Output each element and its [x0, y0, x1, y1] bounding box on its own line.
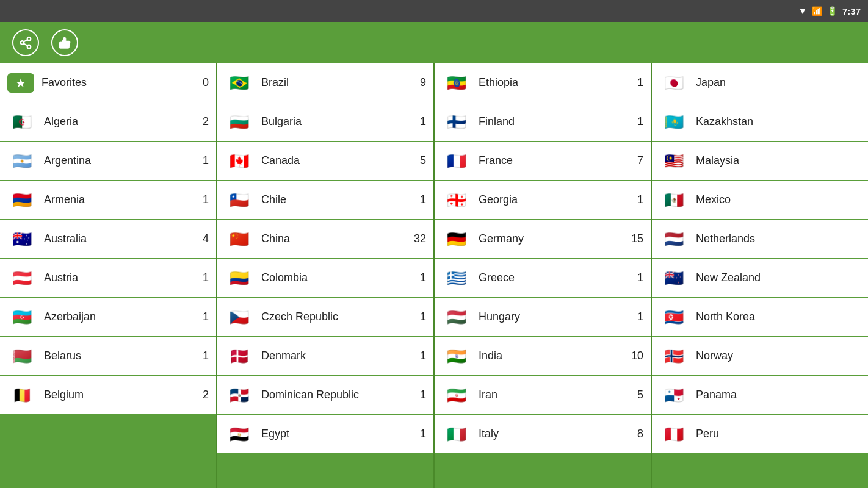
svg-point-0 — [27, 37, 31, 41]
country-count: 10 — [625, 350, 643, 362]
flag-icon: 🇰🇵 — [659, 307, 689, 327]
list-item[interactable]: 🇩🇴Dominican Republic1 — [217, 376, 433, 415]
list-item[interactable]: 🇰🇿Kazakhstan — [652, 102, 868, 142]
country-name: North Korea — [696, 310, 861, 323]
list-item[interactable]: 🇬🇷Greece1 — [435, 259, 651, 298]
list-item[interactable]: 🇮🇳India10 — [435, 337, 651, 376]
flag-icon: 🇨🇦 — [225, 151, 254, 171]
country-name: Austria — [44, 271, 190, 284]
list-item[interactable]: 🇮🇷Iran5 — [435, 376, 651, 415]
country-count: 1 — [190, 271, 209, 284]
status-bar: ▼ 📶 🔋 7:37 — [0, 0, 868, 22]
list-item[interactable]: 🇧🇷Brazil9 — [217, 63, 433, 102]
list-item[interactable]: 🇦🇺Australia4 — [0, 220, 216, 259]
country-name: Japan — [696, 76, 861, 89]
list-item[interactable]: 🇦🇿Azerbaijan1 — [0, 298, 216, 337]
country-name: Mexico — [696, 193, 861, 206]
country-name: Azerbaijan — [44, 310, 190, 323]
country-count: 1 — [408, 350, 426, 362]
list-item[interactable]: 🇯🇵Japan — [652, 63, 868, 102]
country-name: Georgia — [479, 193, 625, 206]
flag-icon: 🇭🇺 — [442, 307, 471, 327]
favorites-icon: ★ — [7, 73, 34, 93]
country-count: 15 — [625, 232, 643, 245]
country-count: 5 — [625, 389, 643, 401]
flag-icon: 🇧🇪 — [7, 386, 37, 405]
flag-icon: 🇵🇪 — [659, 425, 689, 444]
country-name: India — [479, 350, 625, 362]
list-item[interactable]: 🇦🇹Austria1 — [0, 259, 216, 298]
main-content: ★Favorites0🇩🇿Algeria2🇦🇷Argentina1🇦🇲Armen… — [0, 63, 868, 488]
svg-line-4 — [24, 40, 27, 42]
country-name: Bulgaria — [261, 115, 408, 128]
list-item[interactable]: 🇮🇹Italy8 — [435, 415, 651, 454]
country-name: Italy — [479, 428, 625, 440]
list-item[interactable]: 🇨🇱Chile1 — [217, 181, 433, 220]
country-name: Canada — [261, 154, 408, 167]
country-name: Czech Republic — [261, 310, 408, 323]
list-item[interactable]: 🇲🇽Mexico — [652, 181, 868, 220]
country-count: 0 — [190, 76, 209, 89]
country-count: 1 — [408, 193, 426, 206]
list-item[interactable]: 🇪🇬Egypt1 — [217, 415, 433, 454]
flag-icon: 🇧🇷 — [225, 73, 254, 93]
country-name: Favorites — [42, 76, 190, 89]
list-item[interactable]: 🇰🇵North Korea — [652, 298, 868, 337]
top-bar — [0, 22, 868, 63]
country-count: 5 — [408, 154, 426, 167]
list-item[interactable]: ★Favorites0 — [0, 63, 216, 102]
country-count: 1 — [190, 350, 209, 362]
list-item[interactable]: 🇫🇷France7 — [435, 142, 651, 181]
list-item[interactable]: 🇲🇾Malaysia — [652, 142, 868, 181]
flag-icon: 🇳🇴 — [659, 346, 689, 366]
list-item[interactable]: 🇳🇱Netherlands — [652, 220, 868, 259]
country-count: 1 — [625, 310, 643, 323]
list-item[interactable]: 🇪🇹Ethiopia1 — [435, 63, 651, 102]
list-item[interactable]: 🇦🇷Argentina1 — [0, 142, 216, 181]
flag-icon: 🇨🇱 — [225, 190, 254, 210]
country-name: Brazil — [261, 76, 408, 89]
country-name: Colombia — [261, 271, 408, 284]
list-item[interactable]: 🇭🇺Hungary1 — [435, 298, 651, 337]
list-item[interactable]: 🇧🇪Belgium2 — [0, 376, 216, 415]
list-item[interactable]: 🇩🇿Algeria2 — [0, 102, 216, 142]
country-name: Malaysia — [696, 154, 861, 167]
country-count: 1 — [190, 310, 209, 323]
list-item[interactable]: 🇩🇰Denmark1 — [217, 337, 433, 376]
list-item[interactable]: 🇨🇿Czech Republic1 — [217, 298, 433, 337]
flag-icon: 🇳🇿 — [659, 268, 689, 288]
country-name: Argentina — [44, 154, 190, 167]
flag-icon: 🇪🇹 — [442, 73, 471, 93]
country-count: 1 — [408, 310, 426, 323]
list-item[interactable]: 🇳🇴Norway — [652, 337, 868, 376]
column-4: 🇯🇵Japan🇰🇿Kazakhstan🇲🇾Malaysia🇲🇽Mexico🇳🇱N… — [652, 63, 868, 488]
list-item[interactable]: 🇬🇪Georgia1 — [435, 181, 651, 220]
country-count: 32 — [408, 232, 426, 245]
list-item[interactable]: 🇨🇦Canada5 — [217, 142, 433, 181]
flag-icon: 🇮🇹 — [442, 425, 471, 444]
country-name: Armenia — [44, 193, 190, 206]
list-item[interactable]: 🇨🇴Colombia1 — [217, 259, 433, 298]
flag-icon: 🇮🇷 — [442, 386, 471, 405]
column-2: 🇧🇷Brazil9🇧🇬Bulgaria1🇨🇦Canada5🇨🇱Chile1🇨🇳C… — [217, 63, 435, 488]
list-item[interactable]: 🇨🇳China32 — [217, 220, 433, 259]
country-count: 1 — [190, 154, 209, 167]
country-name: Panama — [696, 389, 861, 401]
flag-icon: 🇩🇴 — [225, 386, 254, 405]
list-item[interactable]: 🇵🇪Peru — [652, 415, 868, 454]
country-count: 1 — [625, 76, 643, 89]
like-button[interactable] — [51, 29, 78, 56]
flag-icon: 🇧🇬 — [225, 112, 254, 132]
country-name: Belarus — [44, 350, 190, 362]
share-button[interactable] — [12, 29, 39, 56]
country-name: Norway — [696, 350, 861, 362]
flag-icon: 🇲🇾 — [659, 151, 689, 171]
list-item[interactable]: 🇩🇪Germany15 — [435, 220, 651, 259]
list-item[interactable]: 🇧🇾Belarus1 — [0, 337, 216, 376]
list-item[interactable]: 🇳🇿New Zealand — [652, 259, 868, 298]
list-item[interactable]: 🇵🇦Panama — [652, 376, 868, 415]
list-item[interactable]: 🇦🇲Armenia1 — [0, 181, 216, 220]
flag-icon: 🇫🇮 — [442, 112, 471, 132]
list-item[interactable]: 🇫🇮Finland1 — [435, 102, 651, 142]
list-item[interactable]: 🇧🇬Bulgaria1 — [217, 102, 433, 142]
